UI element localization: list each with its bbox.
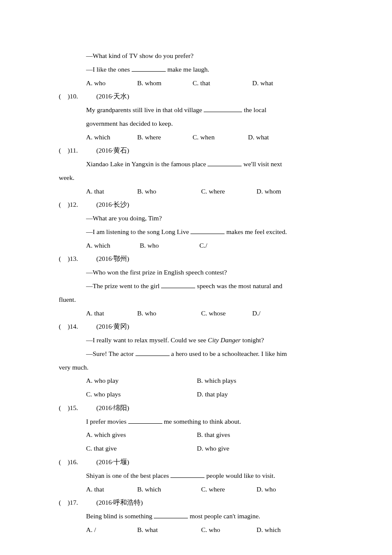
q10-optD[interactable]: D. what bbox=[248, 130, 269, 144]
q15-optB[interactable]: B. that gives bbox=[197, 428, 308, 442]
answer-paren[interactable]: ( )10. bbox=[59, 90, 78, 103]
q16-header: ( )16. (2016·十堰) bbox=[59, 455, 337, 469]
q15-line1: I prefer movies me something to think ab… bbox=[59, 415, 337, 428]
q16-optA[interactable]: A. that bbox=[86, 483, 137, 496]
q13-optC[interactable]: C. whose bbox=[201, 306, 252, 320]
q16-line1: Shiyan is one of the best places people … bbox=[59, 469, 337, 483]
q13-meta: (2016·鄂州) bbox=[78, 252, 337, 266]
q14-optC[interactable]: C. who plays bbox=[86, 387, 197, 401]
q14-line3: very much. bbox=[59, 361, 337, 374]
q13-line2: —The prize went to the girl speech was t… bbox=[59, 279, 337, 293]
q11-header: ( )11. (2016·黄石) bbox=[59, 144, 337, 157]
q9-optD[interactable]: D. what bbox=[252, 76, 273, 90]
q13-line3: fluent. bbox=[59, 293, 337, 306]
q11-optC[interactable]: C. where bbox=[201, 185, 257, 198]
q14-line1b: tonight? bbox=[241, 336, 264, 344]
q17-optC[interactable]: C. who bbox=[201, 523, 257, 537]
q14-optA[interactable]: A. who play bbox=[86, 374, 197, 387]
q13-header: ( )13. (2016·鄂州) bbox=[59, 252, 337, 266]
blank[interactable] bbox=[208, 159, 242, 167]
q11-optB[interactable]: B. who bbox=[137, 185, 201, 198]
q15-line1a: I prefer movies bbox=[86, 418, 128, 425]
q17-optD[interactable]: D. which bbox=[257, 523, 281, 537]
q10-optC[interactable]: C. when bbox=[193, 130, 248, 144]
answer-paren[interactable]: ( )17. bbox=[59, 496, 78, 509]
answer-paren[interactable]: ( )14. bbox=[59, 320, 78, 333]
q10-optA[interactable]: A. which bbox=[86, 130, 137, 144]
blank[interactable] bbox=[135, 349, 170, 356]
q14-meta: (2016·黄冈) bbox=[78, 320, 337, 333]
q10-meta: (2016·天水) bbox=[78, 90, 337, 103]
q17-line1b: most people can't imagine. bbox=[188, 512, 260, 520]
q10-optB[interactable]: B. where bbox=[137, 130, 193, 144]
q15-meta: (2016·绵阳) bbox=[78, 401, 337, 415]
q14-optD[interactable]: D. that play bbox=[197, 387, 308, 401]
q13-optA[interactable]: A. that bbox=[86, 306, 137, 320]
q17-meta: (2016·呼和浩特) bbox=[78, 496, 337, 509]
q10-header: ( )10. (2016·天水) bbox=[59, 90, 337, 103]
q11-optA[interactable]: A. that bbox=[86, 185, 137, 198]
answer-paren[interactable]: ( )11. bbox=[59, 144, 78, 157]
q9-optC[interactable]: C. that bbox=[193, 76, 252, 90]
q15-options: A. which gives B. that gives C. that giv… bbox=[59, 428, 337, 455]
answer-paren[interactable]: ( )12. bbox=[59, 198, 78, 211]
blank[interactable] bbox=[204, 105, 242, 113]
q15-optC[interactable]: C. that give bbox=[86, 442, 197, 455]
q9-line2: —I like the ones make me laugh. bbox=[59, 63, 337, 76]
q16-optC[interactable]: C. where bbox=[201, 483, 257, 496]
q9-optA[interactable]: A. who bbox=[86, 76, 137, 90]
q13-optB[interactable]: B. who bbox=[137, 306, 201, 320]
blank[interactable] bbox=[190, 227, 225, 234]
q13-line1: —Who won the first prize in English spee… bbox=[59, 266, 337, 279]
blank[interactable] bbox=[170, 471, 205, 478]
q12-optB[interactable]: B. who bbox=[140, 239, 199, 252]
q11-line1b: we'll visit next bbox=[242, 160, 282, 168]
q12-optA[interactable]: A. which bbox=[86, 239, 140, 252]
q14-line1a: —I really want to relax myself. Could we… bbox=[86, 336, 208, 344]
q13-options: A. thatB. whoC. whoseD./ bbox=[59, 306, 337, 320]
q10-line2: government has decided to keep. bbox=[59, 117, 337, 130]
q15-optA[interactable]: A. which gives bbox=[86, 428, 197, 442]
q17-options: A. /B. whatC. whoD. which bbox=[59, 523, 337, 537]
q16-optD[interactable]: D. who bbox=[257, 483, 276, 496]
q9-line2b: make me laugh. bbox=[166, 66, 209, 73]
q14-line1: —I really want to relax myself. Could we… bbox=[59, 333, 337, 347]
blank[interactable] bbox=[128, 416, 162, 424]
q13-optD[interactable]: D./ bbox=[252, 306, 260, 320]
q17-optB[interactable]: B. what bbox=[137, 523, 201, 537]
blank[interactable] bbox=[132, 64, 166, 72]
q9-optB[interactable]: B. whom bbox=[137, 76, 193, 90]
blank[interactable] bbox=[161, 281, 195, 289]
worksheet-page: —What kind of TV show do you prefer? —I … bbox=[0, 0, 392, 555]
blank[interactable] bbox=[154, 512, 188, 519]
q9-line2a: —I like the ones bbox=[86, 66, 132, 73]
q16-optB[interactable]: B. which bbox=[137, 483, 201, 496]
q15-optD[interactable]: D. who give bbox=[197, 442, 308, 455]
q11-line1a: Xiandao Lake in Yangxin is the famous pl… bbox=[86, 160, 208, 168]
q9-line1: —What kind of TV show do you prefer? bbox=[59, 49, 337, 63]
q12-meta: (2016·长沙) bbox=[78, 198, 337, 211]
q16-options: A. thatB. whichC. whereD. who bbox=[59, 483, 337, 496]
q13-line2a: —The prize went to the girl bbox=[86, 282, 161, 289]
q11-options: A. thatB. whoC. whereD. whom bbox=[59, 185, 337, 198]
q17-line1: Being blind is something most people can… bbox=[59, 509, 337, 523]
q12-optC[interactable]: C./ bbox=[199, 239, 208, 252]
q12-options: A. whichB. whoC./ bbox=[59, 239, 337, 252]
answer-paren[interactable]: ( )16. bbox=[59, 455, 78, 469]
q14-optB[interactable]: B. which plays bbox=[197, 374, 308, 387]
q14-header: ( )14. (2016·黄冈) bbox=[59, 320, 337, 333]
q14-movie-title: City Danger bbox=[208, 336, 241, 344]
q10-line1a: My grandparents still live in that old v… bbox=[86, 106, 204, 113]
q17-optA[interactable]: A. / bbox=[86, 523, 137, 537]
q11-optD[interactable]: D. whom bbox=[257, 185, 281, 198]
q12-line2b: makes me feel excited. bbox=[225, 228, 287, 235]
q10-line1b: the local bbox=[242, 106, 266, 113]
q14-line2: —Sure! The actor a hero used to be a sch… bbox=[59, 347, 337, 361]
q17-header: ( )17. (2016·呼和浩特) bbox=[59, 496, 337, 509]
q14-line2a: —Sure! The actor bbox=[86, 350, 135, 357]
q14-line2b: a hero used to be a schoolteacher. I lik… bbox=[170, 350, 287, 357]
answer-paren[interactable]: ( )13. bbox=[59, 252, 78, 266]
q17-line1a: Being blind is something bbox=[86, 512, 154, 520]
q16-meta: (2016·十堰) bbox=[78, 455, 337, 469]
answer-paren[interactable]: ( )15. bbox=[59, 401, 78, 415]
